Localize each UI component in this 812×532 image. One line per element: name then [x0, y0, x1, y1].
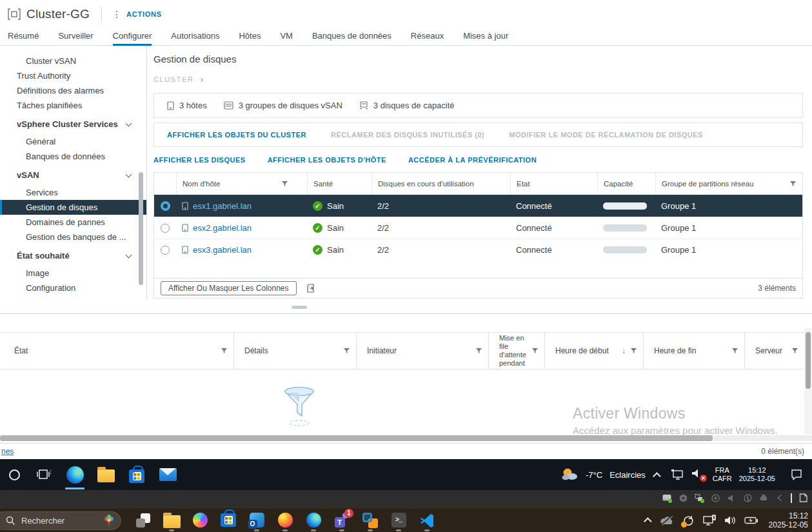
breadcrumb-cluster[interactable]: CLUSTER [153, 75, 194, 83]
table-row[interactable]: esx3.gabriel.lan Sain 2/2 Connecté Group… [154, 239, 802, 261]
sidebar-item-image[interactable]: Image [0, 266, 146, 281]
tray-overflow-chevron-icon[interactable] [644, 517, 652, 526]
sidebar-item-gestion-des-banques[interactable]: Gestion des banques de ... [0, 230, 146, 244]
copilot-button[interactable] [186, 508, 214, 532]
start-button[interactable] [0, 459, 28, 490]
col-disks-in-use[interactable]: Disques en cours d'utilisation [371, 173, 510, 195]
tab-vm[interactable]: VM [280, 28, 293, 45]
col-mise-en-file[interactable]: Mise en file d'attente pendant [489, 333, 545, 369]
vertical-scrollbar-thumb[interactable] [806, 332, 811, 389]
sync-status-icon[interactable] [682, 514, 695, 527]
tab-hotes[interactable]: Hôtes [239, 28, 261, 45]
show-disks-link[interactable]: AFFICHER LES DISQUES [153, 156, 246, 164]
onedrive-paused-icon[interactable] [660, 515, 674, 526]
actions-menu-button[interactable]: ⋮ ACTIONS [112, 9, 162, 19]
col-heure-fin[interactable]: Heure de fin [644, 333, 745, 369]
export-icon[interactable] [306, 284, 315, 293]
go-precheck-link[interactable]: ACCÉDER À LA PRÉVÉRIFICATION [408, 156, 537, 164]
filter-icon[interactable] [532, 348, 538, 354]
weather-temperature[interactable]: -7°C [586, 470, 602, 480]
network-icon[interactable] [671, 469, 684, 480]
shared-folders-icon[interactable] [775, 493, 785, 503]
action-center-icon[interactable] [790, 469, 803, 480]
filter-icon[interactable] [221, 348, 227, 354]
filter-icon[interactable] [282, 181, 288, 187]
filter-icon[interactable] [631, 348, 637, 354]
col-heure-debut[interactable]: Heure de début ↓ [545, 333, 644, 369]
optical-drive-icon[interactable] [678, 493, 688, 503]
vmware-workstation-button[interactable] [356, 508, 384, 532]
filter-icon[interactable] [790, 181, 796, 187]
weather-condition[interactable]: Eclaircies [609, 470, 646, 480]
col-etat[interactable]: État [0, 333, 234, 369]
task-view-button[interactable] [129, 508, 157, 532]
filter-icon[interactable] [792, 348, 798, 354]
clock[interactable]: 15:12 2025-12-05 [739, 466, 775, 483]
hdd-activity-icon[interactable] [662, 493, 672, 503]
task-view-button[interactable] [28, 459, 59, 490]
vertical-scrollbar[interactable] [804, 328, 812, 434]
input-language-indicator[interactable]: FRA CAFR [713, 466, 732, 483]
audio-icon[interactable] [726, 493, 737, 503]
col-serveur[interactable]: Serveur [745, 333, 804, 369]
display-network-icon[interactable] [702, 515, 717, 526]
sidebar-item-alarmes[interactable]: Définitions des alarmes [0, 83, 146, 98]
row-radio[interactable] [161, 224, 170, 233]
file-explorer-button[interactable] [157, 508, 186, 532]
all-tasks-link-truncated[interactable]: nes [1, 447, 14, 456]
edge-browser-button[interactable] [299, 508, 328, 532]
col-host-name[interactable]: Nom d'hôte [176, 173, 307, 195]
table-row[interactable]: esx1.gabriel.lan Sain 2/2 Connecté Group… [154, 195, 802, 217]
table-row[interactable]: esx2.gabriel.lan Sain 2/2 Connecté Group… [154, 217, 802, 239]
tab-resume[interactable]: Résumé [8, 28, 39, 45]
recording-icon[interactable] [710, 493, 720, 503]
vscode-button[interactable] [413, 508, 441, 532]
sidebar-item-domaines-de-pannes[interactable]: Domaines de pannes [0, 215, 146, 230]
sidebar-item-cluster-vsan[interactable]: Cluster vSAN [0, 54, 146, 68]
firefox-button[interactable] [271, 508, 299, 532]
show-cluster-objects-link[interactable]: AFFICHER LES OBJETS DU CLUSTER [167, 131, 306, 139]
splitter-handle[interactable] [292, 306, 307, 309]
row-radio[interactable] [161, 246, 170, 255]
volume-muted-icon[interactable]: ✕ [691, 468, 706, 481]
volume-icon[interactable] [724, 515, 737, 526]
teams-button[interactable]: T 1 [328, 508, 356, 532]
row-radio-selected[interactable] [161, 201, 170, 211]
sidebar-item-services[interactable]: Services [0, 185, 146, 200]
sidebar-group-vsan[interactable]: vSAN [0, 168, 146, 182]
sidebar-group-vsphere-cluster-services[interactable]: vSphere Cluster Services [0, 117, 146, 132]
show-host-objects-link[interactable]: AFFICHER LES OBJETS D'HÔTE [268, 156, 386, 164]
search-box[interactable]: Rechercher [0, 511, 121, 530]
tab-mises-a-jour[interactable]: Mises à jour [463, 28, 508, 45]
host-link[interactable]: esx1.gabriel.lan [193, 201, 252, 211]
col-health[interactable]: Santé [307, 173, 371, 195]
tab-configurer[interactable]: Configurer [113, 28, 152, 46]
host-link[interactable]: esx3.gabriel.lan [193, 245, 252, 255]
tab-banques-de-donnees[interactable]: Banques de données [312, 28, 391, 45]
sort-descending-icon[interactable]: ↓ [622, 346, 626, 355]
microsoft-store-button[interactable] [121, 459, 152, 490]
mail-button[interactable] [152, 459, 183, 490]
sidebar-item-gestion-de-disques[interactable]: Gestion de disques [0, 200, 146, 215]
filter-icon[interactable] [732, 348, 738, 354]
battery-charging-icon[interactable] [744, 517, 758, 524]
edge-browser-button[interactable] [59, 459, 90, 490]
usb-devices-icon[interactable] [758, 493, 769, 503]
sidebar-item-banques-de-donnees[interactable]: Banques de données [0, 149, 146, 164]
col-state[interactable]: Etat [510, 173, 597, 195]
clock[interactable]: 15:12 2025-12-05 [769, 511, 808, 529]
show-hide-columns-button[interactable]: Afficher Ou Masquer Les Colonnes [161, 281, 297, 295]
sidebar-item-taches-planifiees[interactable]: Tâches planifiées [0, 98, 146, 113]
filter-icon[interactable] [344, 348, 350, 354]
network-adapters-icon[interactable] [694, 493, 704, 503]
host-link[interactable]: esx2.gabriel.lan [193, 223, 252, 233]
terminal-button[interactable]: >_ [384, 508, 413, 532]
sidebar-group-etat-souhaite[interactable]: État souhaité [0, 248, 146, 263]
col-initiateur[interactable]: Initiateur [357, 333, 489, 369]
file-explorer-button[interactable] [90, 459, 121, 490]
sidebar-item-configuration[interactable]: Configuration [0, 281, 146, 295]
col-capacity[interactable]: Capacité [597, 173, 655, 195]
tray-overflow-chevron-icon[interactable] [653, 472, 661, 480]
notes-page-icon[interactable] [798, 493, 808, 503]
bluetooth-icon[interactable] [742, 493, 753, 503]
